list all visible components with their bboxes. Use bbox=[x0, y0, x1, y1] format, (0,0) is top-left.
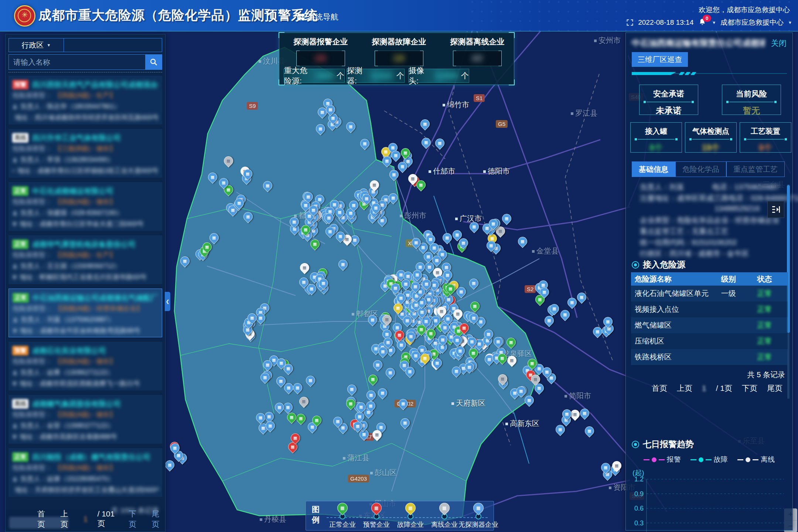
building-icon: ▦ bbox=[349, 125, 352, 129]
info-left: 统一信用代码：91510106202 bbox=[632, 238, 737, 249]
location-pin-icon bbox=[12, 274, 17, 280]
tab-basic-info[interactable]: 基础信息 bbox=[632, 161, 675, 177]
enterprise-contact: 负责人：王立国（13308066712） bbox=[12, 260, 158, 272]
building-icon: ▦ bbox=[394, 153, 398, 157]
region-filter-value[interactable] bbox=[64, 38, 162, 52]
city-dot-icon bbox=[429, 170, 431, 173]
3d-plant-patrol-button[interactable]: 三维厂区巡查 bbox=[632, 52, 688, 67]
building-icon: ▦ bbox=[266, 184, 269, 188]
fullscreen-icon[interactable] bbox=[626, 19, 634, 26]
enterprise-contact: 负责人：赵康（15228085470） bbox=[12, 473, 158, 484]
system-nav-menu[interactable]: 系统导航 bbox=[298, 12, 338, 22]
building-icon: ▦ bbox=[212, 236, 216, 240]
search-input[interactable] bbox=[8, 54, 145, 70]
building-icon: ▦ bbox=[565, 412, 569, 416]
sidebar-page-prev[interactable]: 上页 bbox=[60, 509, 74, 529]
city-dot-icon bbox=[532, 250, 535, 253]
building-icon: ▦ bbox=[313, 242, 317, 246]
hazard-name-cell: 燃气储罐区 bbox=[631, 317, 717, 333]
building-icon: ▦ bbox=[388, 371, 392, 375]
app-logo-emblem bbox=[14, 5, 35, 27]
hazard-type-label: 危险源类型： bbox=[12, 463, 52, 472]
close-panel-link[interactable]: 关闭 bbox=[771, 38, 787, 48]
building-icon: ▦ bbox=[352, 203, 355, 207]
hazard-table-row[interactable]: 铁路栈桥区正常 bbox=[631, 349, 788, 365]
hazard-type-label: 危险源类型： bbox=[12, 91, 52, 100]
hazard-status-cell: 正常 bbox=[754, 301, 788, 317]
legend-pin-icon: ▦ bbox=[471, 501, 486, 515]
building-icon: ▦ bbox=[588, 429, 591, 433]
building-icon: ▦ bbox=[433, 283, 436, 287]
building-icon: ▦ bbox=[391, 146, 395, 150]
road-number-badge: S9 bbox=[247, 102, 258, 110]
person-icon bbox=[12, 476, 18, 482]
building-icon: ▦ bbox=[279, 379, 283, 383]
hazard-type-line: 危险源类型：【四级(A级) - 储存】 bbox=[12, 356, 158, 367]
sidebar-page-last[interactable]: 尾页 bbox=[152, 509, 165, 529]
city-dot-icon bbox=[260, 518, 262, 521]
building-icon: ▦ bbox=[573, 412, 577, 416]
collapse-info-button[interactable] bbox=[767, 201, 784, 218]
building-icon: ▦ bbox=[384, 150, 388, 154]
sidebar-page-total: / 101页 bbox=[98, 509, 119, 529]
enterprise-list-item[interactable]: 正常中石化成都储运有限公司危险源类型：【四级(A级) - 储存】负责人：张建国（… bbox=[8, 182, 162, 231]
hazard-table-row[interactable]: 燃气储罐区正常 bbox=[631, 317, 788, 333]
building-icon: ▦ bbox=[222, 181, 225, 185]
enterprise-list-item[interactable]: 正常成都华气厚普机电设备股份公司危险源类型：【四级(A级) - 生产】负责人：王… bbox=[8, 235, 162, 284]
detector-stat-label: 探测器故障企业 bbox=[362, 37, 436, 47]
hazard-table-row[interactable]: 压缩机区正常 bbox=[631, 333, 788, 349]
building-icon: ▦ bbox=[231, 208, 235, 212]
person-icon bbox=[13, 317, 18, 323]
hazard-page-total: / 1页 bbox=[716, 383, 732, 393]
header-datetime: 2022-08-18 13:14 bbox=[638, 18, 693, 27]
enterprise-list-item-selected[interactable]: 正常中石油西南运输公司成都液化气储配厂一储配站危险源类型：【四级(A级) - 经… bbox=[8, 289, 162, 337]
trend-legend-label: 报警 bbox=[667, 455, 681, 464]
bell-caret-icon: ▼ bbox=[712, 20, 716, 25]
trend-legend-item[interactable]: 离线 bbox=[737, 455, 775, 464]
enterprise-list-item[interactable]: 离线四川升华工业气体有限公司危险源类型：【三级(B级) - 储存】负责人：李强（… bbox=[8, 129, 162, 178]
enterprise-list-item[interactable]: 离线成都燃气集团股份有限公司危险源类型：【四级(A级) - 储存】负责人：金荣（… bbox=[8, 395, 162, 444]
building-icon: ▦ bbox=[349, 402, 352, 406]
enterprise-address: 地址：成都市青白江区华金大道二段669号 bbox=[12, 218, 158, 229]
hazard-status-cell: 正常 bbox=[754, 286, 788, 301]
tab-key-supervised-process[interactable]: 重点监管工艺 bbox=[726, 161, 785, 177]
notification-bell[interactable]: 0 bbox=[698, 18, 707, 27]
building-icon: ▦ bbox=[538, 297, 542, 301]
hazard-page-first[interactable]: 首页 bbox=[652, 383, 667, 393]
building-icon: ▦ bbox=[485, 226, 489, 230]
hazard-page-next[interactable]: 下页 bbox=[742, 383, 757, 393]
current-user[interactable]: 成都市应急救援中心 bbox=[720, 18, 784, 27]
svg-text:0.3: 0.3 bbox=[634, 519, 644, 527]
sidebar-page-first[interactable]: 首页 bbox=[37, 509, 51, 529]
address-line: 地址：天府新区经济开发区工业麓山大道2段669号 bbox=[15, 485, 158, 494]
legend-item: ▦无探测器企业 bbox=[458, 503, 499, 529]
hazard-page-prev[interactable]: 上页 bbox=[677, 383, 692, 393]
enterprise-list-item[interactable]: 报警四川西部天然气产品有限公司成都混合分装公司危险源类型：【四级(A级) - 生… bbox=[8, 76, 162, 125]
enterprise-address: 地址：成都市金牛区金科南路湾流路88号 bbox=[13, 325, 158, 336]
hazard-status-cell: 正常 bbox=[754, 333, 788, 349]
building-icon: ▦ bbox=[277, 405, 281, 409]
building-icon: ▦ bbox=[487, 332, 490, 336]
building-icon: ▦ bbox=[496, 340, 500, 344]
welcome-text: 欢迎您，成都市应急救援中心 bbox=[699, 5, 790, 15]
trend-legend-item[interactable]: 报警 bbox=[644, 455, 681, 464]
hazard-level-cell bbox=[717, 349, 754, 365]
hazard-pagination: 首页 上页 1 / 1页 下页 尾页 bbox=[652, 383, 782, 393]
sidebar-page-next[interactable]: 下页 bbox=[129, 509, 142, 529]
hazard-table-row[interactable]: 视频接入点位正常 bbox=[631, 301, 788, 317]
enterprise-list-item[interactable]: 预警成都石化实业有限公司危险源类型：【四级(A级) - 储存】负责人：赵勇（13… bbox=[8, 342, 162, 391]
tab-hazard-chemicals[interactable]: 危险化学品 bbox=[675, 161, 726, 177]
building-icon: ▦ bbox=[358, 415, 361, 419]
region-filter-select[interactable]: 行政区 ▼ bbox=[8, 38, 64, 52]
search-button[interactable] bbox=[145, 54, 162, 70]
trend-legend-item[interactable]: 故障 bbox=[690, 455, 728, 464]
enterprise-address: 地址：四川省成都崇州市经济开发区纬五路669号 bbox=[12, 112, 158, 123]
enterprise-contact: 负责人：刘某（13759620887） bbox=[13, 314, 158, 325]
hazard-page-last[interactable]: 尾页 bbox=[767, 383, 782, 393]
enterprise-list-item[interactable]: 正常四川能投（成都）燃气有限责任公司危险源类型：【四级(A级) - 储存】负责人… bbox=[8, 448, 162, 497]
building-icon: ▦ bbox=[371, 318, 374, 322]
enterprise-name: 成都燃气集团股份有限公司 bbox=[32, 399, 121, 409]
hazard-table-row[interactable]: 液化石油气储罐区单元一级正常 bbox=[631, 286, 788, 301]
building-icon: ▦ bbox=[363, 141, 366, 146]
sidebar-collapse-handle[interactable]: ❮ bbox=[165, 292, 170, 311]
